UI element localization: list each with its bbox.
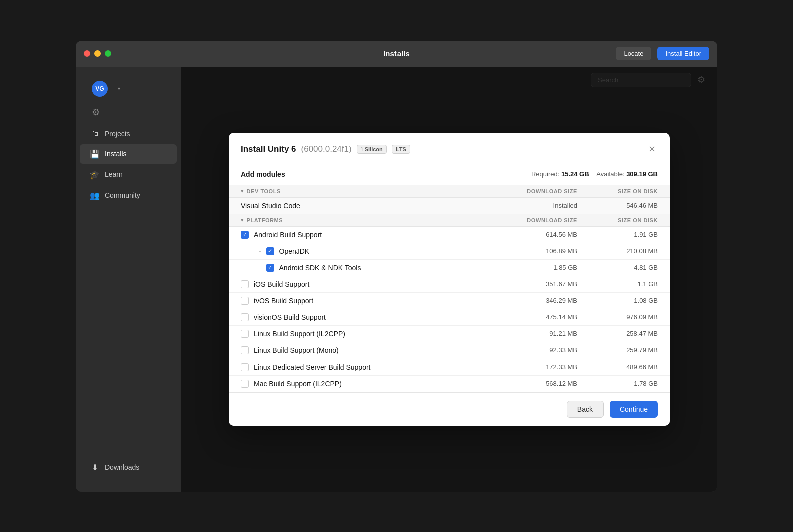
- module-download-size: 351.67 MB: [497, 280, 577, 288]
- linux-il2cpp-checkbox[interactable]: [241, 330, 249, 338]
- android-checkbox[interactable]: [241, 231, 249, 239]
- table-row: Linux Build Support (IL2CPP) 91.21 MB 25…: [229, 326, 670, 342]
- lts-badge: LTS: [392, 145, 410, 154]
- sub-indent-icon: └: [253, 264, 261, 271]
- module-disk-size: 210.08 MB: [577, 247, 658, 255]
- module-name: Linux Build Support (IL2CPP): [241, 330, 497, 338]
- projects-icon: 🗂: [90, 129, 100, 138]
- module-download-size: 172.33 MB: [497, 363, 577, 371]
- content-area: ⚙ Install Unity 6 (6000.0.24f1)  Silico…: [181, 67, 717, 492]
- module-name: └ OpenJDK: [241, 247, 497, 255]
- table-row: Visual Studio Code Installed 546.46 MB: [229, 198, 670, 214]
- sidebar-item-community-label: Community: [105, 191, 140, 199]
- apple-icon: : [361, 146, 363, 152]
- module-disk-size: 546.46 MB: [577, 202, 658, 209]
- sidebar-item-learn[interactable]: 🎓 Learn: [80, 165, 177, 185]
- table-row: tvOS Build Support 346.29 MB 1.08 GB: [229, 293, 670, 309]
- android-sdk-checkbox[interactable]: [266, 264, 274, 272]
- module-download-size: 106.89 MB: [497, 247, 577, 255]
- learn-icon: 🎓: [90, 170, 100, 180]
- sidebar-item-installs[interactable]: 💾 Installs: [80, 144, 177, 164]
- sidebar-gear-area: ⚙: [84, 107, 173, 118]
- ios-name: iOS Build Support: [254, 280, 309, 288]
- add-modules-label: Add modules: [241, 170, 285, 179]
- sidebar-item-community[interactable]: 👥 Community: [80, 186, 177, 205]
- modules-table: ▾ DEV TOOLS DOWNLOAD SIZE SIZE ON DISK V…: [229, 185, 670, 392]
- module-name: Linux Dedicated Server Build Support: [241, 363, 497, 371]
- close-button[interactable]: [84, 50, 90, 57]
- visionos-name: visionOS Build Support: [254, 313, 326, 321]
- tvos-name: tvOS Build Support: [254, 297, 313, 305]
- module-download-size: 92.33 MB: [497, 346, 577, 354]
- sidebar-item-downloads-label: Downloads: [105, 463, 139, 471]
- platforms-section-header: ▾ PLATFORMS DOWNLOAD SIZE SIZE ON DISK: [229, 214, 670, 227]
- traffic-lights: [84, 50, 111, 57]
- module-download-size: 91.21 MB: [497, 330, 577, 337]
- sidebar-item-projects-label: Projects: [105, 130, 130, 138]
- module-disk-size: 1.1 GB: [577, 280, 658, 288]
- dev-tools-chevron-icon[interactable]: ▾: [241, 188, 244, 194]
- module-name: Linux Build Support (Mono): [241, 346, 497, 354]
- avatar[interactable]: VG: [92, 81, 108, 97]
- dev-tools-disk-col-header: SIZE ON DISK: [577, 188, 658, 194]
- title-bar-actions: Locate Install Editor: [616, 47, 709, 60]
- community-icon: 👥: [90, 191, 100, 200]
- openjdk-checkbox[interactable]: [266, 247, 274, 255]
- sidebar-bottom: ⬇ Downloads: [76, 457, 181, 486]
- install-module-modal: Install Unity 6 (6000.0.24f1)  Silicon …: [229, 133, 670, 426]
- gear-icon[interactable]: ⚙: [92, 107, 100, 117]
- module-disk-size: 1.91 GB: [577, 231, 658, 238]
- sidebar-item-projects[interactable]: 🗂 Projects: [80, 124, 177, 143]
- silicon-badge:  Silicon: [357, 145, 387, 154]
- module-name: Visual Studio Code: [241, 202, 497, 210]
- window-title: Installs: [383, 49, 410, 58]
- android-sdk-name: Android SDK & NDK Tools: [279, 264, 361, 272]
- table-row: └ Android SDK & NDK Tools 1.85 GB 4.81 G…: [229, 260, 670, 276]
- continue-button[interactable]: Continue: [610, 401, 658, 418]
- downloads-icon: ⬇: [90, 463, 100, 472]
- table-row: Android Build Support 614.56 MB 1.91 GB: [229, 227, 670, 243]
- platforms-chevron-icon[interactable]: ▾: [241, 217, 244, 223]
- locate-button[interactable]: Locate: [616, 47, 651, 60]
- main-layout: VG ▾ ⚙ 🗂 Projects 💾 Installs 🎓 Learn 👥 C…: [76, 67, 717, 492]
- modal-header: Install Unity 6 (6000.0.24f1)  Silicon …: [229, 133, 670, 164]
- module-download-size: 346.29 MB: [497, 297, 577, 304]
- mac-il2cpp-name: Mac Build Support (IL2CPP): [254, 380, 342, 388]
- vsc-name: Visual Studio Code: [241, 202, 300, 210]
- tvos-checkbox[interactable]: [241, 297, 249, 305]
- user-caret-icon[interactable]: ▾: [118, 86, 120, 91]
- module-disk-size: 976.09 MB: [577, 313, 658, 321]
- module-download-size: 475.14 MB: [497, 313, 577, 321]
- modal-close-button[interactable]: ✕: [646, 143, 658, 156]
- linux-server-name: Linux Dedicated Server Build Support: [254, 363, 370, 371]
- storage-info: Required: 15.24 GB Available: 309.19 GB: [531, 170, 658, 178]
- required-value: 15.24 GB: [561, 170, 589, 178]
- dev-tools-download-col-header: DOWNLOAD SIZE: [497, 188, 577, 194]
- android-name: Android Build Support: [254, 231, 322, 239]
- table-row: └ OpenJDK 106.89 MB 210.08 MB: [229, 243, 670, 260]
- installs-icon: 💾: [90, 149, 100, 159]
- modal-title-version: (6000.0.24f1): [301, 144, 352, 154]
- ios-checkbox[interactable]: [241, 280, 249, 288]
- module-download-size: 614.56 MB: [497, 231, 577, 238]
- linux-mono-checkbox[interactable]: [241, 346, 249, 354]
- openjdk-name: OpenJDK: [279, 247, 310, 255]
- module-name: iOS Build Support: [241, 280, 497, 288]
- title-bar: Installs Locate Install Editor: [76, 41, 717, 67]
- modal-footer: Back Continue: [229, 392, 670, 426]
- back-button[interactable]: Back: [567, 401, 604, 418]
- available-label: Available:: [596, 170, 624, 178]
- modal-title-main: Install Unity 6: [241, 144, 296, 154]
- user-row: VG ▾: [76, 73, 181, 105]
- maximize-button[interactable]: [105, 50, 111, 57]
- visionos-checkbox[interactable]: [241, 313, 249, 321]
- module-name: Mac Build Support (IL2CPP): [241, 380, 497, 388]
- install-editor-button[interactable]: Install Editor: [657, 47, 709, 60]
- sidebar-item-downloads[interactable]: ⬇ Downloads: [80, 458, 177, 477]
- linux-server-checkbox[interactable]: [241, 363, 249, 371]
- table-row: Mac Build Support (IL2CPP) 568.12 MB 1.7…: [229, 376, 670, 392]
- minimize-button[interactable]: [94, 50, 101, 57]
- sub-indent-icon: └: [253, 248, 261, 255]
- mac-il2cpp-checkbox[interactable]: [241, 380, 249, 388]
- module-disk-size: 489.66 MB: [577, 363, 658, 371]
